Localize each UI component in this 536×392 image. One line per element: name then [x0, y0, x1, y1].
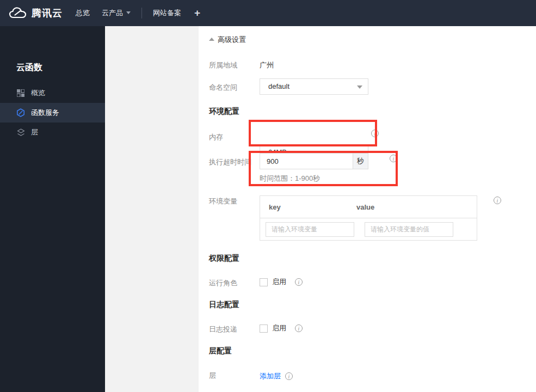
log-enable-row: 启用: [260, 323, 303, 333]
sidebar-item-function-service[interactable]: 函数服务: [0, 103, 105, 122]
add-tab-button[interactable]: +: [194, 0, 200, 26]
log-info-icon[interactable]: [295, 324, 303, 332]
namespace-label: 命名空间: [209, 83, 237, 93]
sidebar-item-overview[interactable]: 概览: [0, 83, 105, 103]
role-label: 运行角色: [209, 278, 237, 288]
envvar-table: key value: [260, 195, 477, 241]
layer-label: 层: [209, 371, 216, 381]
nav-cloud-products[interactable]: 云产品: [102, 0, 131, 26]
envvar-value-header: value: [356, 203, 374, 211]
hexagon-icon: [16, 108, 25, 117]
chevron-down-icon: [126, 11, 131, 14]
sidebar-item-label: 层: [31, 127, 38, 137]
sidebar-item-layers[interactable]: 层: [0, 122, 105, 142]
memory-label: 内存: [209, 132, 223, 142]
nav-divider: [141, 8, 142, 19]
timeout-label: 执行超时时间: [209, 157, 251, 167]
nav-overview[interactable]: 总览: [76, 0, 90, 26]
settings-form: 高级设置 所属地域 广州 命名空间 default 环境配置 内存 64MB 执…: [199, 26, 536, 392]
sidebar-item-label: 函数服务: [31, 108, 59, 118]
memory-highlight-box: [249, 120, 377, 146]
timeout-info-icon[interactable]: [390, 155, 397, 162]
envvar-info-icon[interactable]: [494, 197, 501, 204]
timeout-input[interactable]: [260, 154, 353, 169]
log-config-section-title: 日志配置: [209, 300, 239, 310]
envvar-key-input[interactable]: [266, 222, 354, 237]
perm-config-section-title: 权限配置: [209, 254, 239, 264]
envvar-row: [260, 218, 477, 240]
envvar-label: 环境变量: [209, 197, 237, 206]
memory-info-icon[interactable]: [371, 130, 379, 137]
envvar-value-input[interactable]: [365, 222, 453, 237]
brand-title[interactable]: 腾讯云: [32, 0, 63, 26]
namespace-selected-value: default: [268, 82, 289, 90]
timeout-range-hint: 时间范围：1-900秒: [260, 174, 320, 183]
sidebar-item-label: 概览: [31, 88, 45, 98]
add-layer-link[interactable]: 添加层: [260, 371, 281, 381]
log-enable-label: 启用: [272, 323, 286, 333]
region-value: 广州: [260, 60, 274, 70]
log-delivery-label: 日志投递: [209, 324, 237, 334]
secondary-panel: [105, 26, 199, 392]
nav-website-record[interactable]: 网站备案: [153, 0, 181, 26]
tencent-cloud-logo-icon[interactable]: [9, 6, 27, 22]
grid-icon: [16, 89, 25, 97]
sidebar: 云函数 概览 函数服务: [0, 26, 105, 392]
namespace-select[interactable]: default: [260, 78, 368, 95]
log-enable-checkbox[interactable]: [260, 324, 268, 333]
envvar-key-header: key: [260, 203, 356, 211]
sidebar-title: 云函数: [16, 62, 42, 74]
layers-icon: [16, 128, 25, 137]
layer-config-section-title: 层配置: [209, 346, 232, 356]
collapse-arrow-icon: [209, 38, 214, 41]
timeout-unit-addon: 秒: [353, 154, 368, 169]
env-config-section-title: 环境配置: [209, 107, 239, 117]
envvar-table-header: key value: [260, 196, 477, 218]
advanced-settings-toggle[interactable]: 高级设置: [209, 35, 246, 45]
layer-info-icon[interactable]: [285, 372, 293, 380]
chevron-down-icon: [357, 85, 362, 89]
role-enable-row: 启用: [260, 277, 303, 287]
topbar: 腾讯云 总览 云产品 网站备案 +: [0, 0, 536, 26]
timeout-input-group: 秒: [260, 153, 368, 169]
role-enable-checkbox[interactable]: [260, 278, 268, 286]
role-info-icon[interactable]: [295, 278, 303, 286]
role-enable-label: 启用: [272, 277, 286, 287]
region-label: 所属地域: [209, 60, 237, 70]
add-layer-row: 添加层: [260, 371, 293, 381]
